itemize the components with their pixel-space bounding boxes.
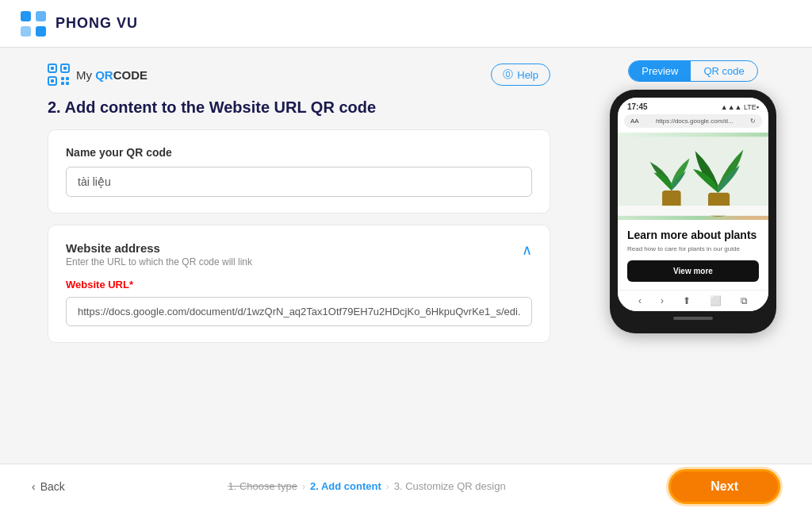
help-button[interactable]: ⓪ Help — [491, 64, 550, 86]
collapse-icon[interactable]: ∧ — [522, 241, 532, 259]
back-button[interactable]: ‹ Back — [32, 480, 65, 493]
phone-nav-bar: ‹ › ⬆ ⬜ ⧉ — [618, 290, 768, 311]
phone-learn-text: Learn more about plants — [627, 228, 759, 242]
app-title-text: My QRCODE — [76, 68, 147, 82]
header: PHONG VU — [0, 0, 812, 48]
help-circle-icon: ⓪ — [503, 67, 513, 82]
svg-rect-12 — [61, 82, 64, 85]
back-arrow-icon: ‹ — [32, 480, 36, 493]
phone-plant-image — [618, 133, 768, 220]
website-card-title-group: Website address Enter the URL to which t… — [66, 241, 252, 267]
website-url-input[interactable] — [66, 297, 532, 326]
svg-rect-11 — [66, 77, 69, 80]
name-card: Name your QR code — [48, 129, 550, 214]
svg-rect-5 — [51, 67, 54, 70]
phongvu-logo-icon — [19, 10, 48, 38]
phone-bookmark-icon: ⬜ — [710, 295, 722, 306]
breadcrumb-arrow-1: › — [302, 481, 305, 492]
phone-status-bar: 17:45 ▲▲▲ LTE▪ — [618, 98, 768, 114]
qrcode-tab[interactable]: QR code — [691, 61, 756, 81]
phone-signal: ▲▲▲ LTE▪ — [721, 103, 759, 111]
website-card-title: Website address — [66, 241, 252, 255]
svg-rect-10 — [61, 77, 64, 80]
phone-home-indicator — [618, 311, 768, 325]
preview-tab[interactable]: Preview — [629, 61, 691, 81]
breadcrumb-step2: 2. Add content — [310, 480, 381, 492]
phone-refresh-icon: ↻ — [750, 117, 756, 125]
right-panel: Preview QR code 17:45 ▲▲▲ LTE▪ AA https:… — [574, 48, 812, 464]
phone-mockup: 17:45 ▲▲▲ LTE▪ AA https://docs.google.co… — [610, 90, 776, 333]
phone-screen: 17:45 ▲▲▲ LTE▪ AA https://docs.google.co… — [618, 98, 768, 311]
phone-desc-text: Read how to care for plants in our guide — [627, 245, 759, 252]
logo: PHONG VU — [19, 10, 138, 38]
svg-rect-13 — [66, 82, 69, 85]
section-title: 2. Add content to the Website URL QR cod… — [48, 98, 550, 117]
url-label: Website URL* — [66, 279, 532, 291]
svg-rect-0 — [21, 11, 31, 21]
website-card-header: Website address Enter the URL to which t… — [66, 241, 532, 267]
phone-url-text: https://docs.google.com/d... — [656, 117, 733, 125]
svg-rect-3 — [36, 26, 46, 37]
main-content: My QRCODE ⓪ Help 2. Add content to the W… — [0, 48, 812, 464]
website-card-subtitle: Enter the URL to which the QR code will … — [66, 256, 252, 267]
preview-toggle: Preview QR code — [628, 60, 758, 82]
breadcrumb: 1. Choose type › 2. Add content › 3. Cus… — [228, 480, 505, 492]
svg-rect-14 — [618, 137, 768, 216]
home-bar — [673, 317, 713, 320]
left-panel: My QRCODE ⓪ Help 2. Add content to the W… — [0, 48, 574, 464]
app-title-left: My QRCODE — [48, 64, 147, 86]
phone-time: 17:45 — [627, 102, 648, 111]
phone-share-icon: ⬆ — [683, 295, 691, 306]
qr-name-input[interactable] — [66, 167, 532, 197]
app-title-bar: My QRCODE ⓪ Help — [48, 64, 550, 86]
phone-forward-icon: › — [661, 295, 664, 306]
breadcrumb-step3: 3. Customize QR design — [394, 480, 506, 492]
next-button[interactable]: Next — [668, 469, 780, 504]
breadcrumb-step1: 1. Choose type — [228, 480, 297, 492]
phone-text-area: Learn more about plants Read how to care… — [618, 220, 768, 290]
svg-rect-7 — [63, 67, 67, 70]
svg-rect-2 — [36, 11, 46, 21]
myqrcode-icon — [48, 64, 70, 86]
breadcrumb-arrow-2: › — [386, 481, 389, 492]
phone-view-more-button[interactable]: View more — [627, 260, 759, 282]
phone-aa: AA — [630, 117, 639, 125]
phone-tabs-icon: ⧉ — [741, 295, 748, 306]
phone-url-bar: AA https://docs.google.com/d... ↻ — [624, 114, 762, 128]
phone-back-icon: ‹ — [638, 295, 642, 306]
svg-rect-9 — [51, 79, 54, 83]
svg-rect-19 — [618, 206, 768, 216]
bottom-bar: ‹ Back 1. Choose type › 2. Add content ›… — [0, 464, 812, 508]
logo-text: PHONG VU — [56, 15, 138, 32]
name-card-label: Name your QR code — [66, 146, 532, 159]
website-card: Website address Enter the URL to which t… — [48, 225, 550, 343]
svg-rect-1 — [21, 26, 31, 37]
